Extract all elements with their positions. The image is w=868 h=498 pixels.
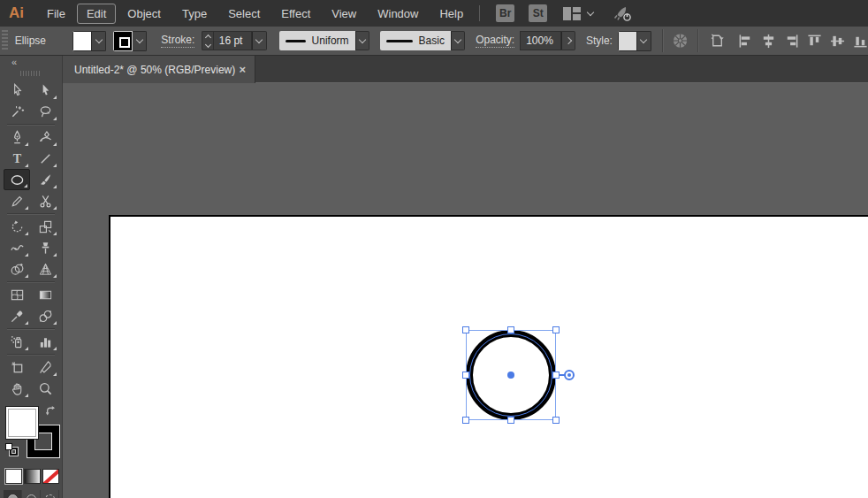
width-profile-dropdown[interactable]: Uniform	[279, 31, 355, 50]
handle-top-left[interactable]	[462, 326, 469, 333]
draw-behind-button[interactable]	[22, 490, 41, 498]
stroke-weight-label[interactable]: Stroke:	[161, 34, 194, 48]
handle-bottom-center[interactable]	[507, 417, 514, 424]
workspace-switcher-icon[interactable]	[563, 7, 581, 20]
bridge-button[interactable]: Br	[496, 4, 514, 22]
tool-curvature[interactable]	[32, 126, 58, 148]
style-swatch[interactable]	[618, 31, 637, 51]
handle-bottom-right[interactable]	[552, 417, 560, 424]
opacity-expand-button[interactable]	[561, 31, 575, 50]
brush-definition-dropdown[interactable]: Basic	[380, 31, 451, 50]
opacity-label[interactable]: Opacity:	[476, 34, 514, 48]
collapse-panel-icon[interactable]: «	[0, 56, 62, 69]
menu-window[interactable]: Window	[368, 4, 428, 24]
stock-button[interactable]: St	[529, 4, 547, 22]
handle-middle-right[interactable]	[552, 372, 560, 379]
tool-zoom[interactable]	[32, 378, 58, 399]
tool-puppet-warp[interactable]	[32, 237, 58, 258]
handle-middle-left[interactable]	[462, 372, 469, 379]
draw-inside-button[interactable]	[41, 490, 59, 498]
stroke-swatch[interactable]	[113, 31, 133, 51]
menu-file[interactable]: File	[37, 4, 75, 24]
canvas-area[interactable]	[63, 83, 868, 498]
stroke-weight-dropdown[interactable]	[252, 31, 266, 50]
handle-top-right[interactable]	[552, 326, 560, 333]
fill-dropdown-button[interactable]	[92, 31, 106, 51]
opacity-value[interactable]: 100%	[520, 31, 560, 50]
menu-help[interactable]: Help	[430, 4, 473, 24]
stepper-up-icon[interactable]	[205, 34, 211, 40]
menu-object[interactable]: Object	[118, 4, 171, 24]
tool-paintbrush[interactable]	[32, 169, 58, 190]
stepper-down-icon[interactable]	[205, 41, 211, 47]
align-vertical-center-icon[interactable]	[830, 34, 845, 49]
menu-select[interactable]: Select	[218, 4, 270, 24]
workspace-chevron-icon[interactable]	[587, 9, 594, 16]
align-top-icon[interactable]	[807, 34, 822, 49]
brush-value: Basic	[419, 34, 445, 47]
menu-effect[interactable]: Effect	[271, 4, 320, 24]
chevron-down-icon	[95, 35, 102, 42]
fill-proxy-swatch[interactable]	[5, 406, 39, 440]
shape-center-point[interactable]	[507, 372, 514, 379]
tool-artboard[interactable]	[4, 356, 30, 378]
gradient-fill-button[interactable]	[24, 469, 41, 484]
brush-dropdown-button[interactable]	[451, 31, 465, 50]
tool-shape-builder[interactable]	[4, 258, 30, 280]
align-horizontal-center-icon[interactable]	[761, 34, 776, 49]
menu-view[interactable]: View	[322, 4, 366, 24]
profile-dropdown-button[interactable]	[355, 31, 369, 50]
tool-blend[interactable]	[32, 305, 58, 326]
tool-scale[interactable]	[32, 216, 58, 237]
tool-symbol-sprayer[interactable]	[4, 331, 30, 352]
document-tab[interactable]: Untitled-2* @ 50% (RGB/Preview) ×	[63, 56, 255, 83]
tool-type[interactable]: T	[4, 148, 30, 169]
tool-hand[interactable]	[4, 378, 30, 399]
align-right-icon[interactable]	[784, 34, 799, 49]
tool-rotate[interactable]	[4, 216, 30, 237]
tool-magic-wand[interactable]	[4, 101, 30, 122]
tool-gradient[interactable]	[32, 284, 58, 305]
handle-bottom-left[interactable]	[462, 417, 469, 424]
align-to-selection-icon[interactable]	[709, 32, 727, 50]
swap-fill-stroke-icon[interactable]	[45, 405, 58, 418]
stroke-dropdown-button[interactable]	[133, 31, 147, 51]
default-fill-stroke-icon[interactable]	[5, 443, 19, 456]
ellipse-tool-icon	[10, 172, 25, 188]
none-fill-button[interactable]	[42, 469, 59, 484]
fill-swatch[interactable]	[72, 31, 92, 51]
tool-ellipse[interactable]	[4, 169, 30, 190]
recolor-artwork-icon[interactable]	[672, 32, 689, 50]
tool-width[interactable]	[4, 237, 30, 258]
fill-color-control[interactable]	[72, 31, 106, 51]
controlbar-grip[interactable]	[2, 30, 8, 51]
tool-selection[interactable]	[4, 80, 30, 101]
menu-type[interactable]: Type	[172, 4, 217, 24]
gpu-performance-icon[interactable]	[613, 4, 632, 22]
tool-scissors[interactable]	[32, 190, 58, 211]
tool-pen[interactable]	[4, 126, 30, 148]
tool-lasso[interactable]	[32, 101, 58, 122]
tool-direct-selection[interactable]	[32, 80, 58, 101]
toolbar-grip[interactable]	[20, 71, 42, 76]
menu-edit[interactable]: Edit	[77, 4, 116, 24]
tab-close-icon[interactable]: ×	[239, 63, 246, 76]
handle-top-center[interactable]	[507, 326, 514, 333]
stroke-color-control[interactable]	[113, 31, 147, 51]
stroke-weight-stepper[interactable]	[202, 31, 212, 50]
tool-line-segment[interactable]	[32, 148, 58, 169]
stroke-weight-value[interactable]: 16 pt	[213, 31, 253, 50]
tool-eyedropper[interactable]	[4, 305, 30, 326]
style-dropdown-button[interactable]	[637, 31, 651, 51]
color-fill-button[interactable]	[5, 469, 22, 484]
graphic-style-control[interactable]	[618, 31, 651, 51]
tool-pencil[interactable]	[4, 190, 30, 211]
tool-slice[interactable]	[32, 356, 58, 378]
draw-normal-button[interactable]	[4, 490, 22, 498]
tool-column-graph[interactable]	[32, 331, 58, 352]
pie-angle-widget[interactable]	[564, 370, 575, 380]
align-bottom-icon[interactable]	[853, 34, 868, 49]
tool-perspective-grid[interactable]	[32, 258, 58, 280]
align-left-icon[interactable]	[738, 34, 753, 49]
tool-mesh[interactable]	[4, 284, 30, 305]
